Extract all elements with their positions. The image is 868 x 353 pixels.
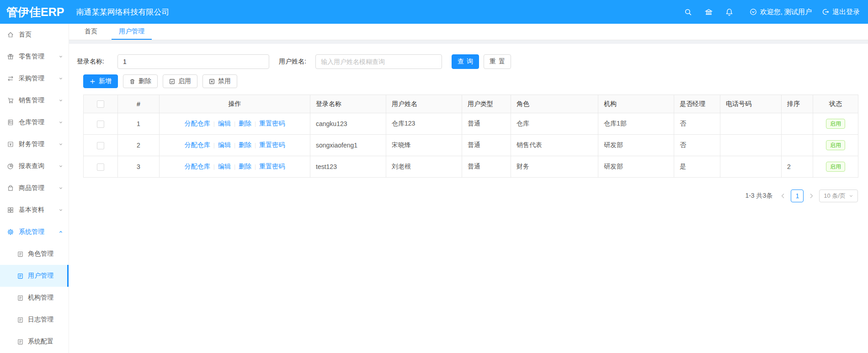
col-login-name: 登录名称 xyxy=(310,95,386,113)
col-user-type: 用户类型 xyxy=(462,95,511,113)
sidebar-item-system[interactable]: 系统管理 xyxy=(0,221,69,243)
content-panel: 登录名称: 用户姓名: 查询 重置 新增 xyxy=(69,44,868,353)
top-header: 管伊佳ERP 南通某某网络科技有限公司 欢迎您, 测试用户 xyxy=(0,0,868,24)
cell-org: 研发部 xyxy=(598,156,674,178)
user-name-label: 用户姓名: xyxy=(279,58,315,66)
sidebar-item-log-management[interactable]: 日志管理 xyxy=(0,309,69,331)
enable-button[interactable]: 启用 xyxy=(163,74,197,88)
sidebar-item-home[interactable]: 首页 xyxy=(0,24,69,46)
divider xyxy=(213,142,215,148)
sidebar-item-sales[interactable]: 销售管理 xyxy=(0,90,69,111)
row-actions: 分配仓库编辑删除重置密码 xyxy=(160,113,310,135)
delete-button[interactable]: 删除 xyxy=(123,74,158,88)
sidebar-item-org-management[interactable]: 机构管理 xyxy=(0,287,69,309)
assign-warehouse-link[interactable]: 分配仓库 xyxy=(185,163,210,170)
edit-link[interactable]: 编辑 xyxy=(218,141,231,148)
table-header-row: # 操作 登录名称 用户姓名 用户类型 角色 机构 是否经理 电话号码 排序 状… xyxy=(84,95,858,113)
delete-button-label: 删除 xyxy=(138,77,151,85)
col-is-manager: 是否经理 xyxy=(674,95,720,113)
row-actions: 分配仓库编辑删除重置密码 xyxy=(160,156,310,178)
logout-button[interactable]: 退出登录 xyxy=(822,8,860,16)
cell-login-name: test123 xyxy=(310,156,386,178)
table-row: 3 分配仓库编辑删除重置密码 test123 刘老根 普通 财务 研发部 是 2 xyxy=(84,156,858,178)
reset-password-link[interactable]: 重置密码 xyxy=(259,163,285,170)
user-menu[interactable]: 欢迎您, 测试用户 xyxy=(750,8,812,16)
assign-warehouse-link[interactable]: 分配仓库 xyxy=(185,141,210,148)
tab-home[interactable]: 首页 xyxy=(77,24,105,40)
reset-password-link[interactable]: 重置密码 xyxy=(259,141,285,148)
edit-link[interactable]: 编辑 xyxy=(218,120,231,127)
select-all-checkbox[interactable] xyxy=(97,100,104,108)
sidebar-item-finance[interactable]: 财务管理 xyxy=(0,133,69,155)
row-index: 2 xyxy=(118,135,160,156)
divider xyxy=(255,121,256,127)
finance-icon xyxy=(7,141,14,148)
prev-page-button[interactable] xyxy=(779,193,787,199)
login-name-input[interactable] xyxy=(117,54,269,69)
sidebar-item-user-management[interactable]: 用户管理 xyxy=(0,265,69,287)
sidebar-item-role-management[interactable]: 角色管理 xyxy=(0,243,69,265)
divider xyxy=(213,163,215,170)
main-content: 首页 用户管理 登录名称: 用户姓名: 查询 重置 xyxy=(69,24,868,353)
sidebar-item-label: 日志管理 xyxy=(28,316,53,324)
chevron-down-icon xyxy=(849,194,853,198)
row-checkbox[interactable] xyxy=(97,121,104,128)
row-checkbox[interactable] xyxy=(97,163,104,171)
bank-icon[interactable] xyxy=(698,8,719,16)
search-icon[interactable] xyxy=(678,8,698,16)
search-button[interactable]: 查询 xyxy=(452,54,479,69)
divider xyxy=(255,163,256,170)
page-1-button[interactable]: 1 xyxy=(791,190,804,202)
col-actions: 操作 xyxy=(160,95,310,113)
sidebar-item-label: 零售管理 xyxy=(19,53,44,61)
cell-user-type: 普通 xyxy=(462,135,511,156)
content-gap xyxy=(69,40,868,44)
sidebar-item-reports[interactable]: 报表查询 xyxy=(0,155,69,177)
chevron-down-icon xyxy=(59,76,63,81)
logout-text: 退出登录 xyxy=(832,8,860,16)
shopping-bag-icon xyxy=(7,184,14,192)
sidebar-item-warehouse[interactable]: 仓库管理 xyxy=(0,111,69,133)
pie-chart-icon xyxy=(7,163,14,170)
welcome-text: 欢迎您, 测试用户 xyxy=(760,8,812,16)
cell-role: 仓库 xyxy=(511,113,598,135)
edit-link[interactable]: 编辑 xyxy=(218,163,231,170)
reset-button[interactable]: 重置 xyxy=(484,54,511,69)
user-name-input[interactable] xyxy=(315,54,442,69)
cell-login-name: cangku123 xyxy=(310,113,386,135)
swap-icon xyxy=(7,75,14,82)
cell-is-manager: 否 xyxy=(674,135,720,156)
row-checkbox[interactable] xyxy=(97,142,104,149)
col-status: 状态 xyxy=(813,95,858,113)
header-actions: 欢迎您, 测试用户 退出登录 xyxy=(678,8,868,16)
sidebar-item-label: 系统管理 xyxy=(19,228,44,236)
delete-link[interactable]: 删除 xyxy=(239,141,251,148)
assign-warehouse-link[interactable]: 分配仓库 xyxy=(185,120,210,127)
sidebar-item-label: 机构管理 xyxy=(28,294,53,302)
cell-sort: 2 xyxy=(782,156,813,178)
sidebar-item-system-config[interactable]: 系统配置 xyxy=(0,331,69,353)
delete-link[interactable]: 删除 xyxy=(239,120,251,127)
col-phone: 电话号码 xyxy=(720,95,782,113)
delete-link[interactable]: 删除 xyxy=(239,163,251,170)
bell-icon[interactable] xyxy=(719,8,740,16)
company-name: 南通某某网络科技有限公司 xyxy=(76,7,169,17)
divider xyxy=(255,142,256,148)
sidebar-item-goods[interactable]: 商品管理 xyxy=(0,177,69,199)
cell-user-type: 普通 xyxy=(462,156,511,178)
page-size-select[interactable]: 10 条/页 xyxy=(819,190,858,202)
sidebar-item-basic-data[interactable]: 基本资料 xyxy=(0,199,69,221)
chevron-down-icon xyxy=(59,142,63,147)
cell-role: 财务 xyxy=(511,156,598,178)
disable-button[interactable]: 禁用 xyxy=(202,74,237,88)
plus-icon xyxy=(90,79,96,84)
add-button[interactable]: 新增 xyxy=(83,74,118,88)
sidebar-item-label: 财务管理 xyxy=(19,140,44,148)
tab-user-management[interactable]: 用户管理 xyxy=(112,24,152,40)
next-page-button[interactable] xyxy=(807,193,815,199)
divider xyxy=(234,142,235,148)
sidebar-item-purchase[interactable]: 采购管理 xyxy=(0,68,69,90)
sidebar-item-retail[interactable]: 零售管理 xyxy=(0,46,69,68)
divider xyxy=(234,163,235,170)
reset-password-link[interactable]: 重置密码 xyxy=(259,120,285,127)
